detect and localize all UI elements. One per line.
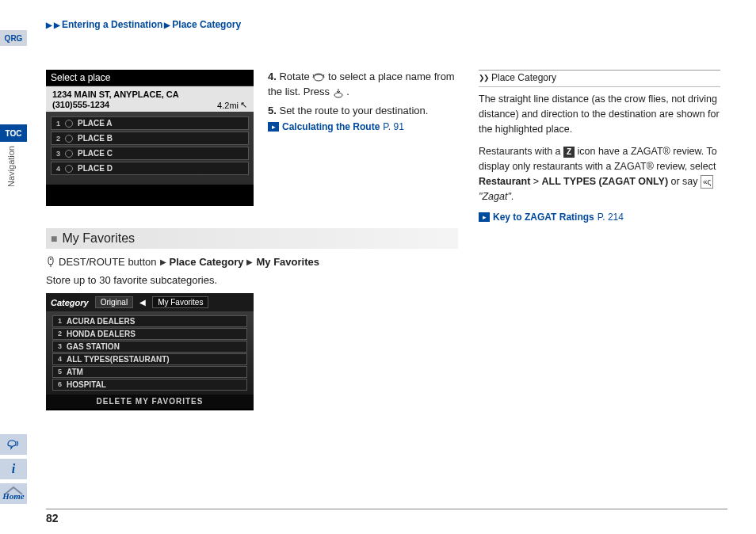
zagat-badge-icon: Z (563, 147, 575, 158)
link-arrow-icon: ▸ (479, 212, 490, 222)
svg-point-0 (314, 74, 323, 81)
section-header-my-favorites: ■ My Favorites (46, 228, 458, 249)
poi-icon (65, 150, 73, 158)
screenshot-category-favorites: Category Original ◀ My Favorites 1ACURA … (46, 293, 254, 410)
note-paragraph: The straight line distance (as the crow … (479, 92, 720, 136)
instruction-steps: 4. Rotate to select a place name from th… (268, 70, 466, 138)
chevron-right-icon: ▶ (46, 21, 52, 29)
step-5: 5. Set the route to your destination. ▸ … (268, 104, 466, 133)
breadcrumb-seg[interactable]: Place Category (172, 19, 241, 30)
voice-help-icon[interactable] (0, 434, 27, 455)
step-4: 4. Rotate to select a place name from th… (268, 70, 466, 99)
chevron-left-icon: ◀ (139, 298, 146, 307)
chevron-right-icon: ▶ (160, 257, 166, 266)
distance-value: 4.2mi (217, 101, 239, 110)
screen-title: Select a place (46, 70, 254, 86)
page-ref[interactable]: P. 91 (383, 120, 403, 134)
breadcrumb: ▶ ▶ Entering a Destination ▶ Place Categ… (46, 19, 241, 30)
list-item: 2HONDA DEALERS (52, 328, 247, 340)
info-icon[interactable]: i (0, 459, 27, 479)
tab-original: Original (95, 296, 133, 308)
list-item: 5ATM (52, 366, 247, 378)
list-item: 6HOSPITAL (52, 379, 247, 391)
nav-path: DEST/ROUTE button ▶ Place Category ▶ My … (46, 255, 319, 269)
address-bar: 1234 MAIN ST, ANYPLACE, CA (310)555-1234… (46, 86, 254, 112)
list-item: 4ALL TYPES(RESTAURANT) (52, 353, 247, 365)
tab-my-favorites: My Favorites (152, 296, 208, 308)
favorites-list: 1ACURA DEALERS 2HONDA DEALERS 3GAS STATI… (46, 311, 254, 395)
list-item: 3GAS STATION (52, 341, 247, 353)
sidebar-tab-qrg[interactable]: QRG (0, 30, 27, 46)
phone-line: (310)555-1234 (52, 100, 179, 110)
svg-point-3 (50, 258, 52, 260)
chevron-right-icon: ▶ (54, 21, 60, 29)
poi-icon (65, 165, 73, 173)
svg-rect-2 (48, 257, 53, 265)
sidebar: QRG TOC Navigation i Home (0, 0, 32, 534)
breadcrumb-seg[interactable]: Entering a Destination (62, 19, 162, 30)
description-text: Store up to 30 favorite subcategories. (46, 274, 217, 286)
cross-ref-link[interactable]: Calculating the Route (282, 120, 380, 134)
side-note-column: ❯❯ Place Category The straight line dist… (479, 70, 720, 223)
section-bullet-icon: ■ (51, 232, 57, 245)
chevron-right-icon: ▶ (164, 21, 170, 29)
divider (479, 86, 720, 87)
list-item: 2PLACE B (51, 132, 249, 145)
poi-icon (65, 135, 73, 143)
page-number: 82 (46, 512, 59, 524)
side-note-title: ❯❯ Place Category (479, 70, 720, 83)
svg-point-1 (334, 93, 342, 97)
note-paragraph: Restaurants with a Z icon have a ZAGAT® … (479, 144, 720, 204)
poi-icon (65, 120, 73, 128)
link-arrow-icon: ▸ (268, 122, 279, 132)
list-item: 3PLACE C (51, 147, 249, 160)
category-label: Category (51, 298, 89, 307)
place-list: 1PLACE A 2PLACE B 3PLACE C 4PLACE D (46, 112, 254, 185)
list-item: 1ACURA DEALERS (52, 315, 247, 327)
footer-rule (46, 509, 727, 509)
list-item: 1PLACE A (51, 116, 249, 130)
direction-arrow-icon: ↖ (240, 100, 247, 110)
voice-command-icon: «ς (701, 175, 713, 189)
list-item: 4PLACE D (51, 162, 249, 175)
remote-button-icon (46, 255, 55, 269)
address-line: 1234 MAIN ST, ANYPLACE, CA (52, 90, 179, 100)
rotary-dial-icon (312, 70, 325, 84)
cross-ref-link[interactable]: Key to ZAGAT Ratings (493, 212, 594, 223)
sidebar-tab-toc[interactable]: TOC (0, 124, 27, 142)
page-ref[interactable]: P. 214 (598, 212, 624, 223)
sidebar-section-label: Navigation (6, 146, 16, 187)
home-icon[interactable]: Home (0, 483, 27, 504)
chevron-right-icon: ▶ (246, 257, 253, 266)
screenshot-select-place: Select a place 1234 MAIN ST, ANYPLACE, C… (46, 70, 254, 206)
chevrons-icon: ❯❯ (479, 74, 488, 82)
delete-favorites-button: DELETE MY FAVORITES (46, 395, 254, 409)
press-button-icon (333, 85, 344, 99)
